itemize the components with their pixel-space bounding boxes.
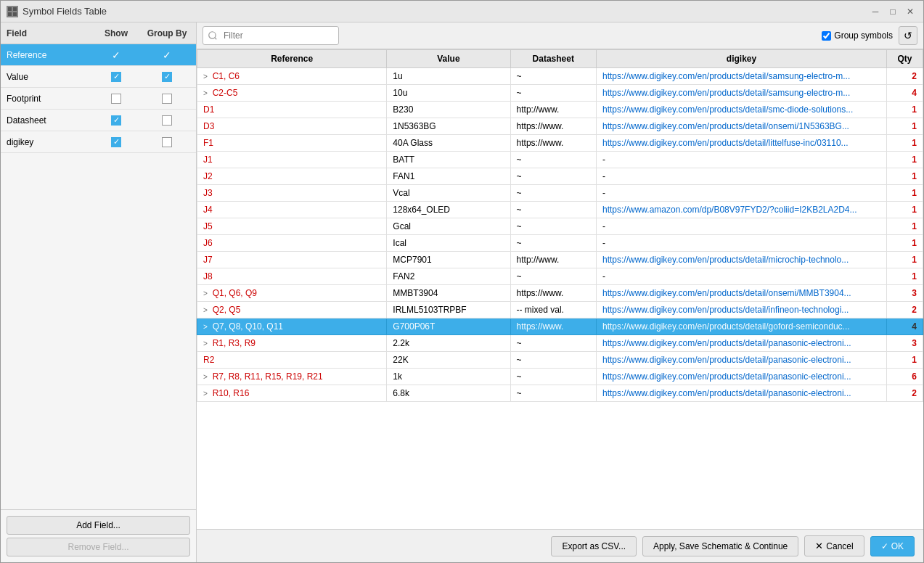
table-row[interactable]: > C1, C61u~https://www.digikey.com/en/pr… [197,68,923,85]
datasheet-groupby-checkbox[interactable] [162,115,172,126]
value-groupby-checkbox[interactable] [162,72,172,82]
digikey-show-check[interactable] [94,137,138,147]
table-row[interactable]: > Q1, Q6, Q9MMBT3904https://www.https://… [197,285,923,302]
cell-datasheet: ~ [510,168,596,185]
value-groupby-check[interactable] [138,72,196,82]
expand-arrow-icon[interactable]: > [203,340,210,348]
cell-digikey: https://www.digikey.com/en/products/deta… [597,135,887,152]
table-row[interactable]: J7MCP7901http://www.https://www.digikey.… [197,252,923,268]
cell-datasheet: ~ [510,85,596,102]
symbol-table: Reference Value Datasheet digikey Qty > … [197,49,923,402]
table-row[interactable]: > R10, R166.8k~https://www.digikey.com/e… [197,385,923,402]
table-row[interactable]: > Q7, Q8, Q10, Q11G700P06Thttps://www.ht… [197,319,923,335]
digikey-groupby-checkbox[interactable] [162,137,172,147]
expand-arrow-icon[interactable]: > [203,289,210,297]
group-symbols-label[interactable]: Group symbols [822,30,893,41]
datasheet-groupby-check[interactable] [138,115,196,126]
footprint-groupby-checkbox[interactable] [162,94,172,104]
expand-arrow-icon[interactable]: > [203,306,210,314]
table-row[interactable]: D1B230http://www.https://www.digikey.com… [197,102,923,118]
sidebar-item-footprint[interactable]: Footprint [1,88,196,110]
group-symbols-text: Group symbols [834,30,893,41]
cell-qty: 3 [887,285,923,302]
maximize-button[interactable]: □ [886,4,900,19]
group-symbols-checkbox[interactable] [822,31,831,41]
table-row[interactable]: J6Ical~-1 [197,235,923,252]
svg-rect-1 [13,7,17,11]
table-row[interactable]: > R7, R8, R11, R15, R19, R211k~https://w… [197,369,923,385]
filter-input[interactable] [203,26,339,45]
cell-datasheet: ~ [510,152,596,168]
table-row[interactable]: J3Vcal~-1 [197,185,923,202]
sidebar-item-value[interactable]: Value [1,66,196,88]
cell-value: MMBT3904 [387,285,510,302]
expand-arrow-icon[interactable]: > [203,390,210,398]
reference-text: J1 [203,155,213,165]
table-row[interactable]: J4128x64_OLED~https://www.amazon.com/dp/… [197,202,923,218]
expand-arrow-icon[interactable]: > [203,73,210,81]
cell-value: 6.8k [387,385,510,402]
expand-arrow-icon[interactable]: > [203,323,210,331]
refresh-icon: ↺ [904,30,912,41]
cell-qty: 6 [887,369,923,385]
cancel-button[interactable]: ✕ Cancel [804,535,864,556]
cancel-icon: ✕ [815,541,823,551]
reference-text: F1 [203,138,213,148]
reference-show-check[interactable]: ✓ [94,49,138,61]
refresh-button[interactable]: ↺ [899,26,917,45]
cell-qty: 1 [887,152,923,168]
digikey-groupby-check[interactable] [138,137,196,147]
cell-datasheet: ~ [510,185,596,202]
table-row[interactable]: F140A Glasshttps://www.https://www.digik… [197,135,923,152]
cell-digikey: https://www.digikey.com/en/products/deta… [597,85,887,102]
table-row[interactable]: > Q2, Q5IRLML5103TRPBF-- mixed val.https… [197,302,923,319]
datasheet-show-checkbox[interactable] [111,115,121,126]
export-csv-button[interactable]: Export as CSV... [551,536,637,556]
cancel-label: Cancel [826,541,853,551]
table-row[interactable]: D31N5363BGhttps://www.https://www.digike… [197,118,923,135]
main-window: Symbol Fields Table ─ □ ✕ Field Show Gro… [0,0,924,563]
cell-qty: 3 [887,335,923,352]
footprint-groupby-check[interactable] [138,94,196,104]
group-by-col-header: Group By [138,28,196,38]
reference-groupby-checkmark: ✓ [163,49,171,61]
value-show-checkbox[interactable] [111,72,121,82]
cell-datasheet: ~ [510,218,596,235]
digikey-show-checkbox[interactable] [111,137,121,147]
sidebar-item-reference[interactable]: Reference ✓ ✓ [1,44,196,66]
sidebar-label-value: Value [1,72,94,82]
footprint-show-checkbox[interactable] [111,94,121,104]
sidebar-header: Field Show Group By [1,22,196,44]
value-show-check[interactable] [94,72,138,82]
close-button[interactable]: ✕ [903,4,917,19]
table-row[interactable]: > R1, R3, R92.2k~https://www.digikey.com… [197,335,923,352]
window-title: Symbol Fields Table [23,6,107,17]
ok-button[interactable]: ✓ OK [870,536,915,556]
table-row[interactable]: > C2-C510u~https://www.digikey.com/en/pr… [197,85,923,102]
cell-digikey: - [597,268,887,285]
sidebar-label-datasheet: Datasheet [1,115,94,126]
sidebar-item-datasheet[interactable]: Datasheet [1,110,196,131]
table-row[interactable]: J5Gcal~-1 [197,218,923,235]
table-row[interactable]: J1BATT~-1 [197,152,923,168]
table-row[interactable]: J2FAN1~-1 [197,168,923,185]
minimize-button[interactable]: ─ [868,4,883,19]
cell-qty: 2 [887,302,923,319]
table-row[interactable]: R222K~https://www.digikey.com/en/product… [197,352,923,369]
table-header-row: Reference Value Datasheet digikey Qty [197,50,923,68]
datasheet-show-check[interactable] [94,115,138,126]
cell-reference: > C2-C5 [197,85,387,102]
remove-field-button[interactable]: Remove Field... [7,538,190,556]
apply-save-button[interactable]: Apply, Save Schematic & Continue [642,536,798,556]
cell-datasheet: ~ [510,369,596,385]
add-field-button[interactable]: Add Field... [7,516,190,535]
expand-arrow-icon[interactable]: > [203,89,210,97]
reference-text: Q7, Q8, Q10, Q11 [213,321,283,332]
expand-arrow-icon[interactable]: > [203,373,210,381]
reference-groupby-check[interactable]: ✓ [138,49,196,61]
cell-datasheet: ~ [510,68,596,85]
footprint-show-check[interactable] [94,94,138,104]
sidebar-item-digikey[interactable]: digikey [1,131,196,153]
cell-qty: 1 [887,168,923,185]
table-row[interactable]: J8FAN2~-1 [197,268,923,285]
